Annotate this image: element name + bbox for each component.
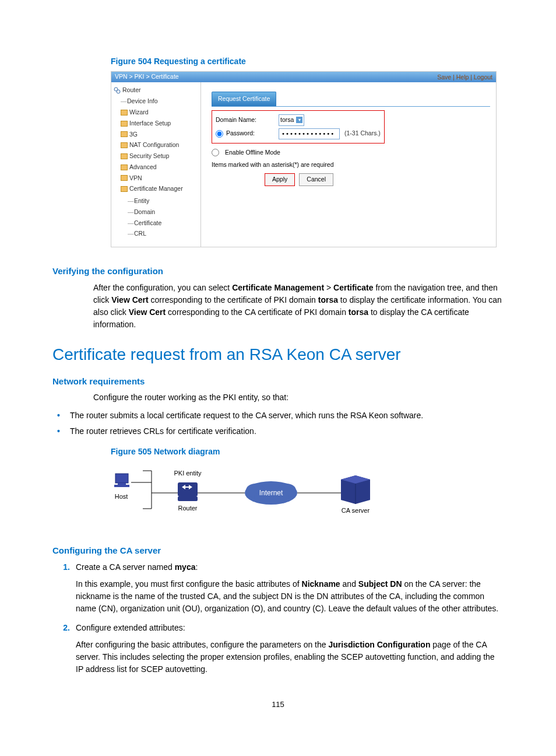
chevron-down-icon: ▾: [296, 117, 302, 123]
tree-item-3g[interactable]: 3G: [121, 129, 198, 140]
tree-root-label: Router: [122, 86, 141, 95]
password-hint: (1-31 Chars.): [344, 129, 381, 138]
step-1: Create a CA server named myca: In this e…: [52, 561, 504, 615]
tree-item-nat[interactable]: NAT Configuration: [121, 140, 198, 151]
password-input[interactable]: •••••••••••••: [279, 128, 340, 139]
main-heading: Certificate request from an RSA Keon CA …: [52, 342, 504, 367]
tree-item-advanced[interactable]: Advanced: [121, 162, 198, 173]
router-label: Router: [178, 505, 197, 512]
folder-icon: [121, 110, 128, 116]
tree-item-cert-manager[interactable]: Certificate Manager: [121, 184, 198, 195]
tree-item-crl[interactable]: —CRL: [128, 229, 198, 240]
tree-root[interactable]: Router: [114, 86, 198, 95]
tree-item-interface-setup[interactable]: Interface Setup: [121, 118, 198, 129]
apply-button[interactable]: Apply: [265, 173, 295, 186]
network-diagram: Host PKI entity Router: [111, 465, 402, 523]
folder-icon: [121, 121, 128, 127]
router-icon: [114, 87, 121, 94]
folder-icon: [121, 175, 128, 181]
list-item: The router submits a local certificate r…: [70, 410, 504, 422]
form-panel: Request Certificate Domain Name: torsa ▾: [201, 82, 496, 247]
svg-rect-2: [115, 474, 128, 483]
folder-icon: [121, 142, 128, 148]
svg-point-1: [117, 90, 120, 93]
folder-icon: [121, 164, 128, 170]
folder-icon: [121, 131, 128, 137]
config-steps: Create a CA server named myca: In this e…: [52, 561, 504, 676]
config-ca-heading: Configuring the CA server: [52, 544, 504, 558]
offline-mode-radio[interactable]: [212, 149, 219, 156]
domain-name-select[interactable]: torsa ▾: [279, 114, 304, 126]
highlighted-form: Domain Name: torsa ▾ Password: ••••: [212, 110, 385, 144]
tree-item-certificate[interactable]: —Certificate: [128, 218, 198, 229]
tree-item-entity[interactable]: —Entity: [128, 196, 198, 207]
page-number: 115: [52, 699, 504, 710]
header-links[interactable]: Save | Help | Logout: [437, 73, 492, 82]
nav-tree: Router —Device Info Wizard Interface Set…: [111, 82, 201, 247]
host-label: Host: [115, 493, 128, 500]
step-2: Configure extended attributes: After con…: [52, 622, 504, 676]
verifying-paragraph: After the configuration, you can select …: [93, 282, 504, 331]
verifying-heading: Verifying the configuration: [52, 265, 504, 278]
folder-icon: [121, 186, 128, 192]
tab-request-certificate[interactable]: Request Certificate: [212, 92, 276, 106]
cancel-button[interactable]: Cancel: [299, 173, 333, 186]
pki-entity-label: PKI entity: [174, 470, 202, 477]
network-req-heading: Network requirements: [52, 375, 504, 388]
network-intro: Configure the router working as the PKI …: [93, 391, 504, 404]
list-item: The router retrieves CRLs for certificat…: [70, 425, 504, 438]
breadcrumb: VPN > PKI > Certificate: [115, 72, 179, 82]
password-label: Password:: [216, 129, 274, 138]
svg-rect-4: [114, 485, 129, 487]
figure-caption: Figure 504 Requesting a certificate: [111, 55, 504, 68]
screenshot-figure-504: VPN > PKI > Certificate Save | Help | Lo…: [111, 71, 497, 247]
tree-item-domain[interactable]: —Domain: [128, 206, 198, 218]
tree-item-vpn[interactable]: VPN: [121, 173, 198, 184]
router-icon: [178, 482, 198, 501]
svg-rect-10: [178, 482, 198, 496]
step-2-detail: After configuring the basic attributes, …: [76, 639, 504, 676]
domain-name-label: Domain Name:: [216, 116, 274, 125]
svg-rect-11: [178, 496, 198, 501]
host-icon: [114, 474, 129, 487]
required-note: Items marked with an asterisk(*) are req…: [212, 160, 490, 170]
svg-rect-3: [118, 483, 126, 485]
internet-label: Internet: [259, 489, 283, 497]
tree-item-device-info[interactable]: —Device Info: [121, 96, 198, 107]
tree-item-security[interactable]: Security Setup: [121, 151, 198, 162]
ca-server-label: CA server: [342, 507, 370, 514]
ca-server-icon: [341, 475, 370, 504]
step-1-detail: In this example, you must first configur…: [76, 578, 504, 615]
folder-icon: [121, 153, 128, 159]
offline-mode-label: Enable Offline Mode: [225, 148, 280, 158]
network-bullets: The router submits a local certificate r…: [52, 410, 504, 438]
figure-caption: Figure 505 Network diagram: [111, 446, 504, 458]
password-radio[interactable]: [216, 130, 223, 138]
tree-item-wizard[interactable]: Wizard: [121, 107, 198, 118]
